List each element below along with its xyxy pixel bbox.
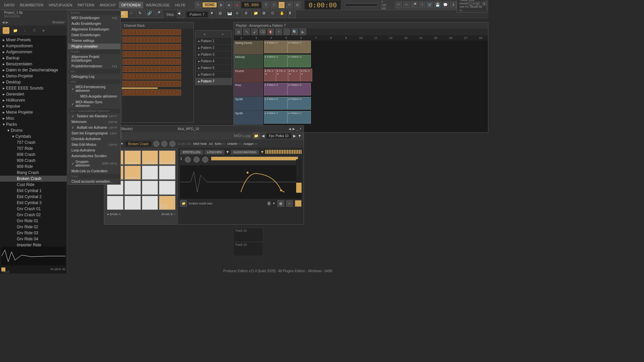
tree-sample[interactable]: Ekit Cymbal 2: [0, 194, 67, 200]
pattern-item[interactable]: ▸ Pattern 5: [196, 65, 232, 71]
layer-pitch-knob[interactable]: [202, 157, 208, 163]
step-cell[interactable]: [122, 44, 126, 50]
step-cell[interactable]: [145, 51, 148, 57]
step-cell[interactable]: [170, 73, 174, 79]
step-cell[interactable]: [122, 29, 126, 35]
step-cell[interactable]: [122, 66, 126, 72]
step-cell[interactable]: [152, 66, 155, 72]
step-cell[interactable]: [159, 29, 163, 35]
tree-zwischenablage[interactable]: ▸ Daten in der Zwischenablage: [0, 67, 67, 73]
menu-general-settings[interactable]: Allgemeine Einstellungen: [68, 26, 120, 32]
step-cell[interactable]: [152, 59, 155, 65]
step-cell[interactable]: [152, 73, 155, 79]
step-cell[interactable]: [163, 51, 166, 57]
step-cell[interactable]: [126, 44, 129, 50]
step-cell[interactable]: [156, 29, 159, 35]
step-cell[interactable]: [159, 81, 163, 87]
scroll-icon[interactable]: ⊞: [294, 2, 301, 8]
step-cell[interactable]: [137, 66, 141, 72]
mpd-pad[interactable]: [142, 196, 158, 210]
tree-sample[interactable]: Ekit Cymbal 3: [0, 200, 67, 206]
step-cell[interactable]: [148, 81, 152, 87]
step-cell[interactable]: [137, 29, 141, 35]
step-cell[interactable]: [178, 81, 181, 87]
step-cell[interactable]: [174, 37, 177, 43]
mpd-pad[interactable]: [159, 166, 175, 180]
minimize-button[interactable]: _: [468, 1, 474, 6]
step-cell[interactable]: [130, 81, 133, 87]
step-cell[interactable]: [163, 81, 166, 87]
tree-sample[interactable]: 808 Crash: [0, 152, 67, 158]
step-cell[interactable]: [159, 59, 163, 65]
step-cell[interactable]: [167, 59, 170, 65]
mpd-pad[interactable]: Grv Crash 01: [159, 150, 175, 165]
step-cell[interactable]: [156, 89, 159, 96]
playlist-grid[interactable]: ▸ Pattern 2▸ Pattern 2▸ Pattern 3▸ Patte…: [263, 41, 488, 132]
step-cell[interactable]: [156, 81, 159, 87]
bank-a[interactable]: ● BANK A: [107, 213, 120, 216]
mpd-pad[interactable]: [142, 181, 158, 195]
step-cell[interactable]: [137, 51, 141, 57]
menu-start-input[interactable]: Start bei EingangssignalCtrl+I: [68, 130, 120, 136]
step-cell[interactable]: [156, 73, 159, 79]
step-cell[interactable]: [174, 66, 177, 72]
step-cell[interactable]: [170, 51, 174, 57]
step-cell[interactable]: [145, 59, 148, 65]
step-cell[interactable]: [170, 66, 174, 72]
step-cell[interactable]: [152, 44, 155, 50]
pl-magnet-icon[interactable]: ⊞: [235, 28, 242, 35]
step-cell[interactable]: [145, 44, 148, 50]
step-cell[interactable]: [141, 51, 144, 57]
menu-typing-kb[interactable]: ✓Tastatur als KlaviaturCtrl+T: [68, 113, 120, 119]
step-cell[interactable]: [141, 66, 144, 72]
mpd-prev-icon[interactable]: ◀: [288, 127, 291, 131]
tab-dropdown[interactable]: ▼: [226, 150, 229, 155]
step-cell[interactable]: [133, 66, 137, 72]
step-cell[interactable]: [152, 29, 155, 35]
tree-sample-selected[interactable]: Broken Crash: [0, 176, 67, 182]
play-button[interactable]: ▶: [218, 2, 224, 8]
step-cell[interactable]: [137, 81, 141, 87]
step-cell[interactable]: [148, 44, 152, 50]
mpd-preset-prev[interactable]: ◀: [262, 134, 264, 138]
step-cell[interactable]: [156, 59, 159, 65]
step-cell[interactable]: [137, 73, 141, 79]
mpd-folder-icon[interactable]: 📁: [253, 132, 260, 139]
mpd-next-icon[interactable]: ▶: [292, 127, 295, 131]
playlist-clip[interactable]: ▸ Pattern 3: [287, 55, 311, 67]
step-cell[interactable]: [126, 89, 129, 96]
step-cell[interactable]: [130, 51, 133, 57]
browser-tab-folder[interactable]: 📁: [12, 27, 19, 34]
step-cell[interactable]: [137, 89, 141, 96]
step-cell[interactable]: [130, 59, 133, 65]
plugin-icon[interactable]: ⚙: [262, 11, 269, 18]
tempo-display[interactable]: 95.000: [241, 2, 261, 8]
track-15[interactable]: Track 15: [233, 228, 263, 242]
menu-werkzeuge[interactable]: WERKZEUGE: [143, 2, 172, 8]
pattern-item[interactable]: ▸ Pattern 2: [196, 45, 232, 51]
mic-icon[interactable]: 🎤: [411, 2, 417, 8]
tree-sample[interactable]: Grv Ride 03: [0, 230, 67, 236]
step-cell[interactable]: [145, 73, 148, 79]
tree-sample[interactable]: Cust Ride: [0, 182, 67, 188]
layer-pan-knob[interactable]: [194, 157, 200, 163]
step-cell[interactable]: [152, 89, 155, 96]
tempo-icon[interactable]: ⏲: [271, 11, 278, 18]
playlist-clip[interactable]: ▸ Pattern 6: [287, 97, 311, 110]
step-cell[interactable]: [145, 81, 148, 87]
step-cell[interactable]: [141, 59, 144, 65]
menu-ansicht[interactable]: ANSICHT: [97, 2, 118, 8]
pl-slice-icon[interactable]: ✂: [275, 28, 282, 35]
step-cell[interactable]: [133, 37, 137, 43]
step-cell[interactable]: [178, 89, 181, 96]
mpd-pan-knob[interactable]: [161, 141, 167, 147]
step-cell[interactable]: [148, 29, 152, 35]
stop-button[interactable]: ■: [226, 2, 232, 8]
step-cell[interactable]: [170, 81, 174, 87]
menu-bearbeiten[interactable]: BEARBEITEN: [17, 2, 46, 8]
download-icon[interactable]: ⬇: [450, 2, 457, 8]
step-cell[interactable]: [163, 73, 166, 79]
step-cell[interactable]: [178, 51, 181, 57]
layer-vol-knob[interactable]: [185, 157, 191, 163]
step-cell[interactable]: [137, 59, 141, 65]
